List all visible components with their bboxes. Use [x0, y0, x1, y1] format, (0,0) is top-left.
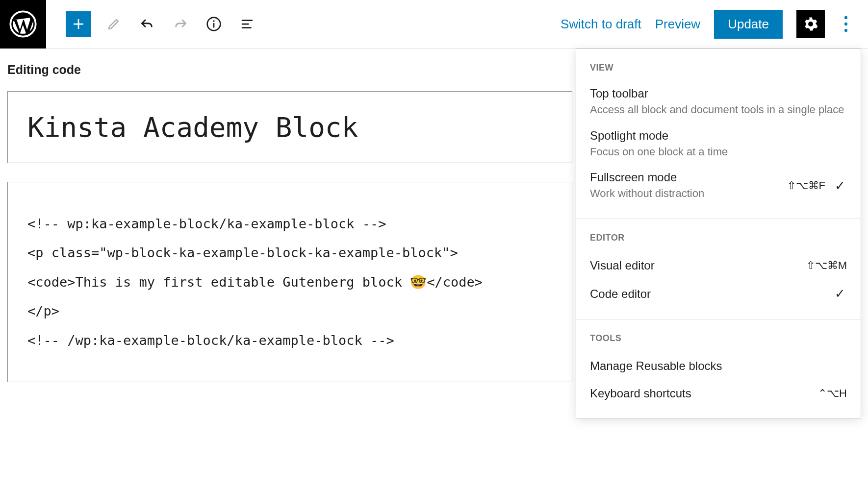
- update-button[interactable]: Update: [714, 10, 783, 39]
- menu-item-top-toolbar[interactable]: Top toolbar Access all block and documen…: [576, 82, 861, 124]
- pencil-icon: [106, 17, 121, 31]
- info-icon: [206, 16, 222, 32]
- post-title-text[interactable]: Kinsta Academy Block: [27, 111, 552, 143]
- menu-item-desc: Work without distraction: [590, 186, 779, 201]
- panel-section-editor: EDITOR Visual editor ⇧⌥⌘M Code editor ✓: [576, 219, 861, 319]
- svg-point-5: [844, 23, 847, 25]
- kebab-icon: [844, 16, 848, 32]
- preview-button[interactable]: Preview: [655, 17, 700, 32]
- undo-button[interactable]: [136, 13, 158, 35]
- menu-item-spotlight-mode[interactable]: Spotlight mode Focus on one block at a t…: [576, 124, 861, 166]
- add-block-button[interactable]: [66, 11, 91, 37]
- menu-item-desc: Access all block and document tools in a…: [590, 102, 847, 117]
- menu-item-fullscreen-mode[interactable]: Fullscreen mode Work without distraction…: [576, 166, 861, 208]
- more-menu-panel: VIEW Top toolbar Access all block and do…: [576, 49, 861, 418]
- svg-point-6: [844, 29, 847, 32]
- panel-heading-editor: EDITOR: [576, 230, 861, 252]
- check-icon: ✓: [833, 178, 847, 194]
- toolbar-right: Switch to draft Preview Update: [561, 10, 868, 39]
- panel-heading-tools: TOOLS: [576, 330, 861, 352]
- outline-button[interactable]: [236, 13, 258, 35]
- menu-item-label: Visual editor: [590, 259, 806, 272]
- menu-item-label: Keyboard shortcuts: [590, 387, 818, 400]
- more-menu-button[interactable]: [839, 10, 853, 38]
- check-icon: ✓: [833, 286, 847, 301]
- post-title-field[interactable]: Kinsta Academy Block: [7, 91, 572, 163]
- menu-item-code-editor[interactable]: Code editor ✓: [576, 279, 861, 308]
- menu-item-label: Manage Reusable blocks: [590, 359, 847, 373]
- panel-heading-view: VIEW: [576, 60, 861, 82]
- menu-item-label: Fullscreen mode: [590, 171, 779, 184]
- menu-item-keyboard-shortcuts[interactable]: Keyboard shortcuts ⌃⌥H: [576, 380, 861, 407]
- plus-icon: [71, 17, 86, 31]
- code-editor-textarea[interactable]: <!-- wp:ka-example-block/ka-example-bloc…: [7, 182, 572, 382]
- editing-mode-label: Editing code: [7, 63, 81, 77]
- toolbar-left: [46, 11, 258, 37]
- topbar: Switch to draft Preview Update: [0, 0, 868, 49]
- panel-section-tools: TOOLS Manage Reusable blocks Keyboard sh…: [576, 319, 861, 418]
- switch-to-draft-button[interactable]: Switch to draft: [561, 17, 641, 32]
- menu-item-shortcut: ⇧⌥⌘F: [787, 179, 825, 192]
- wordpress-icon: [9, 10, 37, 38]
- menu-item-label: Code editor: [590, 287, 833, 301]
- redo-icon: [173, 16, 188, 32]
- menu-item-visual-editor[interactable]: Visual editor ⇧⌥⌘M: [576, 252, 861, 279]
- menu-item-manage-reusable-blocks[interactable]: Manage Reusable blocks: [576, 352, 861, 380]
- menu-item-label: Top toolbar: [590, 87, 847, 100]
- gear-icon: [802, 16, 819, 32]
- edit-tool-button[interactable]: [103, 13, 125, 35]
- menu-item-shortcut: ⌃⌥H: [818, 387, 847, 400]
- menu-item-label: Spotlight mode: [590, 129, 847, 143]
- list-icon: [240, 17, 255, 31]
- panel-section-view: VIEW Top toolbar Access all block and do…: [576, 49, 861, 219]
- undo-icon: [139, 16, 155, 32]
- settings-button[interactable]: [796, 10, 825, 38]
- svg-rect-3: [213, 23, 215, 27]
- menu-item-shortcut: ⇧⌥⌘M: [806, 259, 847, 272]
- redo-button[interactable]: [170, 13, 191, 35]
- svg-point-2: [213, 20, 214, 22]
- info-button[interactable]: [203, 13, 225, 35]
- svg-point-4: [844, 16, 847, 19]
- menu-item-desc: Focus on one block at a time: [590, 145, 847, 159]
- wordpress-logo[interactable]: [0, 0, 46, 49]
